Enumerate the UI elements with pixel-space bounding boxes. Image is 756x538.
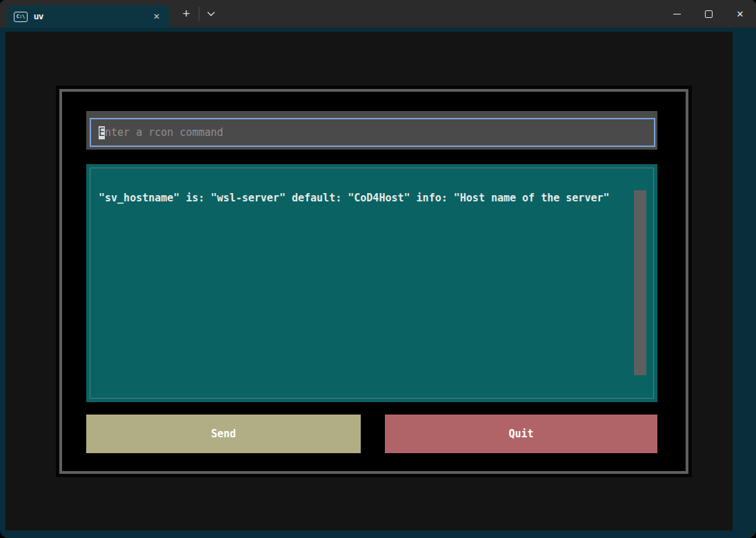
minimize-icon [673,14,681,14]
send-button-label: Send [211,428,236,440]
terminal-window: C:\ uv ✕ + ✕ [0,0,756,538]
tab-dropdown-button[interactable] [201,4,221,23]
quit-button-label: Quit [508,428,533,440]
command-input[interactable]: Enter a rcon command [90,118,655,147]
quit-button[interactable]: Quit [385,415,657,453]
send-button[interactable]: Send [86,415,361,453]
maximize-button[interactable] [693,0,724,28]
titlebar[interactable]: C:\ uv ✕ + ✕ [0,0,756,28]
input-placeholder: nter a rcon command [105,126,223,139]
scrollbar-thumb[interactable] [634,190,646,375]
terminal-screen: Enter a rcon command "sv_hostname" is: "… [6,32,733,530]
tab-title: uv [34,12,43,21]
plus-icon: + [182,6,190,21]
close-icon: ✕ [737,9,744,19]
window-controls: ✕ [661,0,756,28]
command-input-container: Enter a rcon command [86,111,657,150]
output-line: "sv_hostname" is: "wsl-server" default: … [99,191,610,205]
rcon-dialog: Enter a rcon command "sv_hostname" is: "… [59,89,688,474]
chevron-down-icon [207,11,215,17]
text-cursor: E [99,126,105,139]
new-tab-button[interactable]: + [177,4,196,23]
output-log[interactable]: "sv_hostname" is: "wsl-server" default: … [86,164,657,402]
maximize-icon [705,10,713,18]
close-button[interactable]: ✕ [724,0,756,28]
tab-uv[interactable]: C:\ uv ✕ [7,6,170,28]
tab-close-icon[interactable]: ✕ [150,10,163,23]
titlebar-separator [199,7,199,21]
minimize-button[interactable] [661,0,693,28]
command-prompt-icon: C:\ [14,12,28,22]
